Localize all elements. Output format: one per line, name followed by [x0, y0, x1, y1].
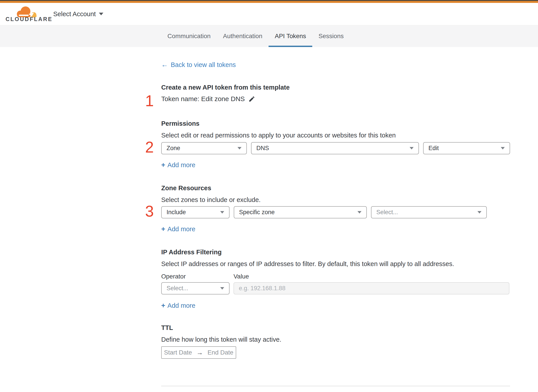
ip-operator-dropdown[interactable]: Select... [161, 282, 229, 294]
back-link[interactable]: ← Back to view all tokens [161, 61, 236, 69]
tab-bar: Communication Authentication API Tokens … [0, 25, 538, 47]
permission-scope-dropdown[interactable]: Zone [161, 142, 247, 154]
chevron-down-icon [357, 211, 361, 214]
tab-label: Communication [168, 33, 211, 40]
top-orange-strip [0, 1, 538, 3]
plus-icon: + [161, 302, 165, 309]
zone-resources-section: 3 Zone Resources Select zones to include… [161, 184, 510, 233]
app-header: CLOUDFLARE Select Account [0, 3, 538, 25]
zone-type-dropdown[interactable]: Specific zone [234, 206, 367, 218]
value-label: Value [234, 273, 249, 280]
plus-icon: + [161, 225, 165, 233]
back-link-label: Back to view all tokens [171, 61, 236, 69]
tab-authentication[interactable]: Authentication [217, 25, 269, 47]
left-arrow-icon: ← [161, 61, 168, 69]
chevron-down-icon [477, 211, 482, 214]
chevron-down-icon [220, 211, 224, 214]
tab-label: API Tokens [275, 33, 306, 40]
section-title-ttl: TTL [161, 324, 510, 331]
zone-resources-description: Select zones to include or exclude. [161, 196, 510, 204]
zone-resources-add-more-button[interactable]: + Add more [161, 225, 195, 233]
annotation-3: 3 [143, 204, 156, 219]
edit-pencil-icon[interactable] [248, 96, 255, 103]
main-content: ← Back to view all tokens 1 Create a new… [161, 47, 510, 392]
dropdown-value: Edit [428, 145, 439, 152]
ip-filtering-section: IP Address Filtering Select IP addresses… [161, 248, 510, 309]
permissions-section: 2 Permissions Select edit or read permis… [161, 120, 510, 169]
permission-access-dropdown[interactable]: Edit [423, 142, 510, 154]
cloudflare-logo: CLOUDFLARE [5, 5, 43, 24]
chevron-down-icon [410, 147, 414, 149]
dropdown-value: Zone [167, 145, 180, 152]
permissions-description: Select edit or read permissions to apply… [161, 132, 510, 139]
add-more-label: Add more [168, 302, 195, 309]
token-name-text: Token name: Edit zone DNS [161, 95, 245, 103]
end-date-placeholder: End Date [208, 349, 234, 356]
dropdown-placeholder: Select... [376, 209, 398, 216]
right-arrow-icon: → [196, 349, 203, 356]
tab-label: Sessions [318, 33, 344, 40]
section-title-ip-filtering: IP Address Filtering [161, 248, 510, 256]
operator-label: Operator [161, 273, 234, 280]
tab-api-tokens[interactable]: API Tokens [269, 25, 312, 47]
ip-filtering-add-more-button[interactable]: + Add more [161, 302, 195, 309]
tab-label: Authentication [223, 33, 262, 40]
zone-include-dropdown[interactable]: Include [161, 206, 229, 218]
section-title-create: Create a new API token from this templat… [161, 84, 510, 91]
account-selector-label: Select Account [53, 10, 96, 18]
token-name-section: 1 Create a new API token from this templ… [161, 84, 510, 103]
logo-wordmark: CLOUDFLARE [5, 16, 52, 22]
annotation-1: 1 [143, 93, 156, 109]
account-selector[interactable]: Select Account [53, 3, 103, 25]
start-date-placeholder: Start Date [164, 349, 192, 356]
chevron-down-icon [220, 287, 224, 289]
ttl-date-range-picker[interactable]: Start Date → End Date [161, 346, 236, 359]
chevron-down-icon [238, 147, 242, 149]
ip-filtering-description: Select IP addresses or ranges of IP addr… [161, 260, 510, 268]
tab-sessions[interactable]: Sessions [312, 25, 350, 47]
dropdown-value: Specific zone [239, 209, 275, 216]
permission-resource-dropdown[interactable]: DNS [251, 142, 419, 154]
chevron-down-icon [501, 147, 505, 149]
chevron-down-icon [99, 13, 103, 15]
ip-value-input[interactable] [234, 282, 509, 294]
zone-select-dropdown[interactable]: Select... [371, 206, 487, 218]
footer-divider [161, 386, 510, 386]
ttl-description: Define how long this token will stay act… [161, 336, 510, 343]
permissions-add-more-button[interactable]: + Add more [161, 161, 195, 169]
add-more-label: Add more [168, 161, 195, 169]
section-title-zone-resources: Zone Resources [161, 184, 510, 192]
dropdown-placeholder: Select... [167, 285, 188, 292]
annotation-2: 2 [143, 140, 156, 155]
plus-icon: + [161, 161, 165, 169]
dropdown-value: DNS [256, 145, 269, 152]
add-more-label: Add more [168, 225, 195, 233]
ttl-section: TTL Define how long this token will stay… [161, 324, 510, 359]
tab-communication[interactable]: Communication [161, 25, 217, 47]
dropdown-value: Include [167, 209, 186, 216]
section-title-permissions: Permissions [161, 120, 510, 127]
